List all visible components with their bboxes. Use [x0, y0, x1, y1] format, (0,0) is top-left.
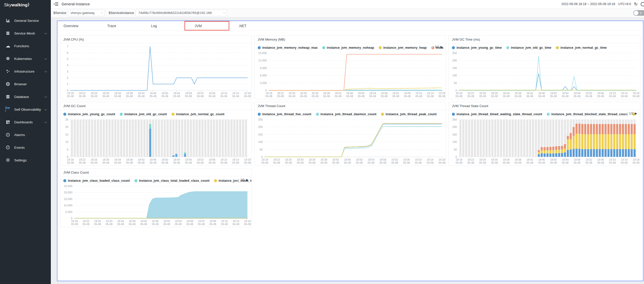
svg-text:19:10: 19:10 [609, 158, 616, 161]
timezone[interactable]: UTC+8:0 [618, 2, 631, 6]
legend-next-icon[interactable]: ▶ [635, 112, 637, 115]
refresh-icon[interactable]: ↻ [634, 2, 638, 6]
svg-text:18:30: 18:30 [106, 220, 112, 223]
service-select[interactable]: shenyu-gateway [68, 10, 105, 16]
svg-text:18:22: 18:22 [83, 220, 89, 223]
tab-net[interactable]: .NET [232, 21, 276, 30]
legend-item[interactable]: instance_jvm_class_loaded_class_count [63, 179, 130, 182]
auto-refresh-icon[interactable] [641, 2, 644, 6]
svg-text:19:02: 19:02 [392, 92, 399, 95]
svg-text:18:50: 18:50 [163, 220, 170, 223]
svg-text:05-08: 05-08 [438, 161, 445, 164]
svg-text:05-08: 05-08 [244, 95, 251, 98]
sidebar-item-self-observability[interactable]: Sw) Self Observability [0, 103, 51, 116]
legend-label: instance_jvm_old_gc_time [511, 46, 551, 49]
legend-item[interactable]: instance_jvm_thread_blocked_state_thread… [547, 112, 628, 116]
svg-text:18:46: 18:46 [538, 158, 545, 161]
legend-item[interactable]: instance_jvm_thread_daemon_count [316, 112, 376, 116]
svg-text:05-08: 05-08 [323, 95, 330, 98]
legend-item[interactable]: instance_jvm_young_gc_count [63, 112, 115, 116]
svg-text:05-08: 05-08 [197, 161, 204, 164]
svg-text:19:10: 19:10 [415, 158, 421, 161]
chevron-down-icon [44, 95, 47, 98]
legend-item[interactable]: instance_jvm_memory_heap [379, 46, 427, 49]
legend-item[interactable]: instance_jvm_young_gc_time [452, 46, 502, 49]
svg-text:12,000: 12,000 [258, 59, 267, 62]
svg-text:05-08: 05-08 [403, 161, 410, 164]
svg-text:05-08: 05-08 [438, 95, 445, 98]
sidebar-item-service-mesh[interactable]: Service Mesh [0, 27, 51, 40]
tab-trace[interactable]: Trace [101, 21, 145, 30]
svg-text:5,000: 5,000 [65, 210, 72, 213]
legend-prev-icon[interactable]: ◀ [431, 45, 433, 49]
sidebar-item-settings[interactable]: ⚙ Settings [0, 154, 51, 166]
tab-jvm[interactable]: JVM [189, 21, 232, 30]
sidebar-item-label: Events [14, 146, 44, 149]
svg-text:05-08: 05-08 [344, 161, 351, 164]
sidebar-item-browser[interactable]: Browser [0, 78, 51, 90]
svg-text:05-08: 05-08 [300, 95, 307, 98]
dots-icon [5, 69, 11, 74]
svg-text:18:30: 18:30 [300, 92, 307, 95]
sidebar-item-general-service[interactable]: General Service [0, 14, 51, 27]
svg-text:05-08: 05-08 [427, 95, 434, 98]
svg-text:05-08: 05-08 [209, 95, 216, 98]
svg-text:18:54: 18:54 [173, 92, 180, 95]
legend-prev-icon[interactable]: ◀ [625, 112, 627, 115]
sidebar-item-database[interactable]: Database [0, 90, 51, 103]
legend-item[interactable]: instance_jvm_normal_gc_count [172, 112, 224, 116]
sidebar-item-functions[interactable]: ☁ Functions [0, 40, 51, 52]
svg-text:05-08: 05-08 [185, 161, 192, 164]
tab-log[interactable]: Log [145, 21, 189, 30]
legend-dot-icon [63, 113, 66, 116]
svg-text:05-08: 05-08 [415, 161, 422, 164]
svg-text:05-08: 05-08 [597, 161, 604, 164]
app-logo[interactable]: Skywalking) [0, 0, 51, 10]
chart-card-jvm-gc-count: JVM GC Count instance_jvm_young_gc_count… [60, 102, 252, 166]
legend-next-icon[interactable]: ▶ [440, 45, 443, 49]
time-range[interactable]: 2022-05-08 18:18 ~ 2022-05-08 19:18 [561, 2, 615, 6]
legend-item[interactable]: instance_jvm_memory_noheap [322, 46, 374, 49]
sidebar-item-dashboards[interactable]: Dashboards [0, 116, 51, 128]
alarm-icon [5, 132, 11, 137]
svg-text:05-08: 05-08 [90, 95, 97, 98]
svg-text:18:42: 18:42 [138, 92, 145, 95]
legend-next-icon[interactable]: ▶ [246, 178, 248, 182]
tab-overview[interactable]: Overview [57, 21, 101, 30]
edit-mode-toggle[interactable]: v [633, 10, 644, 16]
svg-text:19:06: 19:06 [209, 220, 216, 223]
svg-text:05-08: 05-08 [562, 95, 569, 98]
legend-item[interactable]: instance_jvm_memory_noheap_max [258, 46, 318, 49]
svg-text:18:38: 18:38 [323, 92, 330, 95]
svg-text:05-08: 05-08 [456, 95, 463, 98]
sidebar-item-kubernetes[interactable]: ☸ Kubernetes [0, 52, 51, 65]
legend-item[interactable]: instance_jvm_class_total_loaded_class_co… [134, 179, 209, 182]
svg-text:18:34: 18:34 [309, 158, 315, 161]
legend-dot-icon [452, 46, 455, 49]
sidebar-item-label: General Service [14, 19, 44, 23]
svg-text:05-08: 05-08 [198, 223, 205, 226]
svg-text:18:50: 18:50 [356, 158, 362, 161]
service-instance-select[interactable]: 74d96c778c694c6b9b6322c62d55b765@192.168 [135, 10, 227, 16]
svg-text:05-08: 05-08 [467, 95, 474, 98]
legend-item[interactable]: instance_jvm_thread_peak_count [381, 112, 437, 116]
svg-text:05-08: 05-08 [491, 95, 498, 98]
svg-text:18:42: 18:42 [335, 92, 341, 95]
legend-item[interactable]: instance_jvm_thread_live_count [258, 112, 311, 116]
legend-item[interactable]: instance_jvm_thread_timed_waiting_state_… [452, 112, 542, 116]
sidebar-item-alarms[interactable]: Alarms [0, 128, 51, 141]
svg-text:18:46: 18:46 [150, 158, 156, 161]
legend-item[interactable]: instance_jvm_old_gc_count [120, 112, 167, 116]
svg-text:05-08: 05-08 [277, 95, 284, 98]
svg-text:18:58: 18:58 [379, 158, 386, 161]
logo-swoosh: ) [28, 2, 29, 6]
collapse-sidebar-icon[interactable] [53, 2, 59, 6]
sidebar-item-events[interactable]: Events [0, 141, 51, 154]
legend-item[interactable]: instance_jvm_old_gc_time [506, 46, 551, 49]
svg-text:05-08: 05-08 [114, 95, 121, 98]
sidebar-item-infrastructure[interactable]: Infrastructure [0, 65, 51, 78]
svg-text:15,000: 15,000 [64, 197, 72, 201]
legend-prev-icon[interactable]: ◀ [237, 178, 239, 182]
svg-text:05-08: 05-08 [621, 95, 628, 98]
legend-item[interactable]: instance_jvm_normal_gc_time [556, 46, 607, 49]
